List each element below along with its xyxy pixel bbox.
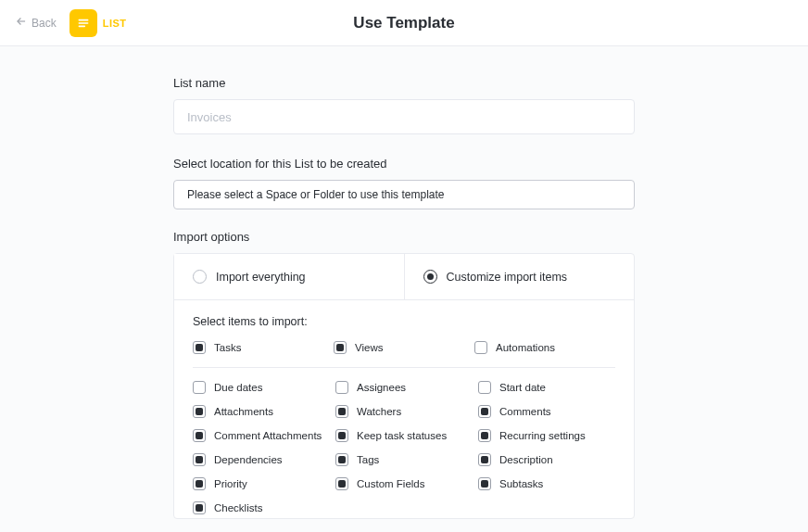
top-label: Views: [355, 342, 383, 353]
import-mode-row: Import everything Customize import items: [174, 254, 634, 300]
import-items-body: Select items to import: TasksViewsAutoma…: [174, 300, 634, 518]
checkbox-icon: [334, 341, 347, 354]
checkbox-icon: [193, 477, 206, 490]
grid-item[interactable]: Description: [478, 453, 615, 466]
top-item[interactable]: Tasks: [193, 341, 334, 354]
back-button[interactable]: Back: [15, 15, 57, 31]
grid-item[interactable]: Assignees: [335, 381, 473, 394]
checkbox-icon: [478, 453, 491, 466]
list-badge: LIST: [69, 9, 127, 37]
grid-item[interactable]: Recurring settings: [478, 429, 615, 442]
grid-item[interactable]: Tags: [335, 453, 473, 466]
header: Back LIST Use Template: [0, 0, 808, 46]
import-everything-label: Import everything: [216, 271, 306, 284]
grid-label: Recurring settings: [499, 430, 586, 441]
checkbox-icon: [335, 477, 348, 490]
grid-label: Subtasks: [499, 478, 543, 489]
checkbox-icon: [193, 381, 206, 394]
location-select[interactable]: Please select a Space or Folder to use t…: [173, 180, 635, 209]
grid-label: Custom Fields: [357, 478, 425, 489]
list-name-label: List name: [173, 76, 635, 90]
checkbox-icon: [478, 381, 491, 394]
grid-item[interactable]: Attachments: [193, 405, 330, 418]
grid-item[interactable]: Dependencies: [193, 453, 330, 466]
checkbox-icon: [478, 429, 491, 442]
location-placeholder: Please select a Space or Folder to use t…: [187, 188, 444, 201]
grid-label: Comment Attachments: [214, 430, 322, 441]
back-label: Back: [32, 17, 57, 30]
checkbox-icon: [474, 341, 487, 354]
grid-item[interactable]: Keep task statuses: [335, 429, 473, 442]
import-options-label: Import options: [173, 230, 635, 244]
list-name-input[interactable]: [173, 99, 635, 134]
checkbox-icon: [335, 429, 348, 442]
checkbox-icon: [478, 405, 491, 418]
grid-label: Priority: [214, 478, 247, 489]
customize-import-option[interactable]: Customize import items: [405, 254, 635, 300]
arrow-left-icon: [15, 15, 28, 31]
checkbox-icon: [335, 381, 348, 394]
import-everything-option[interactable]: Import everything: [174, 254, 405, 300]
checkbox-icon: [193, 453, 206, 466]
grid-item[interactable]: Checklists: [193, 501, 330, 514]
grid-label: Description: [499, 454, 553, 465]
grid-item[interactable]: Priority: [193, 477, 330, 490]
checkbox-icon: [193, 429, 206, 442]
top-label: Automations: [496, 342, 555, 353]
grid-item[interactable]: Subtasks: [478, 477, 615, 490]
grid-item[interactable]: Start date: [478, 381, 615, 394]
top-items-row: TasksViewsAutomations: [193, 341, 615, 368]
top-item[interactable]: Automations: [474, 341, 615, 354]
grid-label: Due dates: [214, 382, 262, 393]
import-options-card: Import everything Customize import items…: [173, 253, 635, 519]
grid-label: Assignees: [357, 382, 406, 393]
top-item[interactable]: Views: [334, 341, 474, 354]
grid-item[interactable]: Custom Fields: [335, 477, 473, 490]
radio-icon: [193, 270, 207, 284]
grid-label: Dependencies: [214, 454, 283, 465]
grid-label: Start date: [499, 382, 546, 393]
grid-label: Checklists: [214, 502, 262, 513]
grid-item[interactable]: Comments: [478, 405, 615, 418]
checkbox-icon: [193, 405, 206, 418]
grid-item[interactable]: Watchers: [335, 405, 473, 418]
main-content: List name Select location for this List …: [0, 46, 808, 532]
grid-label: Comments: [499, 406, 551, 417]
grid-item[interactable]: Due dates: [193, 381, 330, 394]
checkbox-icon: [335, 453, 348, 466]
grid-label: Attachments: [214, 406, 273, 417]
radio-icon: [423, 270, 437, 284]
grid-label: Watchers: [357, 406, 401, 417]
grid-label: Tags: [357, 454, 379, 465]
items-grid: Due datesAssigneesStart dateAttachmentsW…: [193, 381, 615, 514]
grid-label: Keep task statuses: [357, 430, 447, 441]
select-items-heading: Select items to import:: [193, 315, 615, 328]
checkbox-icon: [478, 477, 491, 490]
list-badge-text: LIST: [103, 18, 127, 29]
top-label: Tasks: [214, 342, 241, 353]
list-icon: [69, 9, 97, 37]
customize-import-label: Customize import items: [447, 271, 568, 284]
checkbox-icon: [193, 501, 206, 514]
page-title: Use Template: [353, 14, 454, 32]
checkbox-icon: [335, 405, 348, 418]
location-label: Select location for this List to be crea…: [173, 157, 635, 171]
grid-item[interactable]: Comment Attachments: [193, 429, 330, 442]
checkbox-icon: [193, 341, 206, 354]
